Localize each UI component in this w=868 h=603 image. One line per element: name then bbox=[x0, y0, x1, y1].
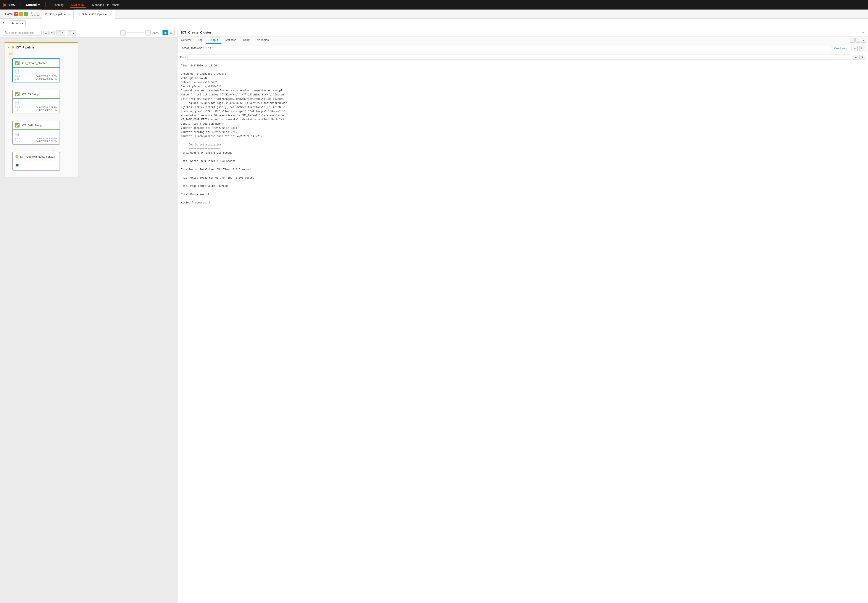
job-1-name: IOT_Create_Cluster bbox=[22, 62, 46, 65]
job-node-iot-copy-maintenance[interactable]: ⚙ IOT_CopyMaintenanceData 💻 bbox=[12, 152, 60, 170]
zoom-slider[interactable] bbox=[127, 32, 144, 33]
job-4-body: 💻 bbox=[13, 161, 60, 170]
right-header: IOT_Create_Cluster → bbox=[178, 28, 868, 37]
connector-1-2: ↓ bbox=[32, 86, 74, 89]
app-name: Control-M bbox=[26, 3, 40, 6]
main-area: 🔍 ▲ ▼ 📄 ▾ 📄 ▴ − + 100% ⊞ ☰ bbox=[0, 28, 868, 603]
job-1-times: Start04/02/2020 2:12 PM End04/02/2020 2:… bbox=[15, 75, 57, 80]
tab-more-button[interactable]: ▾ bbox=[861, 38, 866, 43]
open-external-button[interactable]: ↗ bbox=[851, 46, 858, 51]
badge-green: 1 bbox=[24, 12, 28, 16]
search-box[interactable]: 🔍 bbox=[3, 30, 42, 36]
connector-3-4: ↓ bbox=[32, 148, 74, 152]
nav-monitoring[interactable]: Monitoring bbox=[70, 2, 87, 8]
tab-variables[interactable]: Variables bbox=[254, 37, 272, 44]
right-panel: IOT_Create_Cluster → General Log Output … bbox=[178, 28, 868, 603]
find-input[interactable] bbox=[187, 54, 851, 60]
nav-mft[interactable]: Managed File Transfer bbox=[90, 2, 122, 7]
badge-red: 2 bbox=[14, 12, 19, 16]
job-node-iot-jar-setup[interactable]: ✅ IOT_JAR_Setup 📊 Start04/02/2020 2:22 P… bbox=[12, 121, 60, 145]
pipeline-group: ▾ ⚙ IOT_Pipeline 📁 ✅ IOT_Create_Cluster … bbox=[4, 42, 78, 178]
tab-log[interactable]: Log bbox=[194, 37, 206, 44]
zoom-label: 100% bbox=[152, 31, 161, 34]
job-3-header: ✅ IOT_JAR_Setup bbox=[13, 121, 60, 130]
refresh-button[interactable]: ↻ bbox=[3, 21, 5, 25]
tab-script[interactable]: Script bbox=[240, 37, 254, 44]
view-latest-button[interactable]: View Latest bbox=[832, 46, 850, 51]
tab-submit-label: Submit IOT Pipeline bbox=[82, 12, 107, 16]
doc-down-button[interactable]: 📄 ▾ bbox=[56, 30, 65, 36]
home-button[interactable]: Home 2 1 1 4services bbox=[3, 9, 42, 19]
nav-planning[interactable]: Planning bbox=[51, 2, 65, 7]
view-list-button[interactable]: ☰ bbox=[169, 30, 175, 35]
toolbar: ↻ Actions ▾ bbox=[0, 19, 868, 28]
job-2-file-icon: 📄 bbox=[15, 100, 57, 105]
find-down-button[interactable]: ▼ bbox=[859, 55, 865, 60]
output-toolbar: 00001, 2020/04/02 14:12 View Latest ↗ ↻ bbox=[178, 44, 868, 53]
top-nav: ▶ BMC Control-M Planning Monitoring Mana… bbox=[0, 0, 868, 9]
badge-orange: 1 bbox=[19, 12, 23, 16]
job-3-body: 📊 Start04/02/2020 2:22 PM End04/02/2020 … bbox=[13, 130, 60, 144]
job-2-end: 04/02/2020 2:22 PM bbox=[36, 109, 57, 111]
view-grid-button[interactable]: ⊞ bbox=[162, 30, 169, 35]
job-3-status-icon: ✅ bbox=[15, 123, 20, 128]
pipeline-group-header: ▾ ⚙ IOT_Pipeline bbox=[8, 46, 74, 49]
pipeline-collapse-icon[interactable]: ▾ bbox=[8, 46, 9, 49]
tab-prev-button[interactable]: ‹ bbox=[850, 38, 854, 43]
nav-arrows: ▲ ▼ bbox=[43, 31, 54, 35]
job-4-name: IOT_CopyMaintenanceData bbox=[20, 155, 55, 158]
bmc-icon: ▶ bbox=[3, 2, 7, 7]
zoom-control: − + 100% bbox=[120, 30, 161, 36]
job-4-file-icon: 💻 bbox=[15, 163, 57, 167]
nav-down-button[interactable]: ▼ bbox=[49, 31, 54, 35]
job-2-status-icon: ✅ bbox=[15, 92, 20, 96]
job-4-header: ⚙ IOT_CopyMaintenanceData bbox=[13, 152, 60, 161]
left-panel: 🔍 ▲ ▼ 📄 ▾ 📄 ▴ − + 100% ⊞ ☰ bbox=[0, 28, 178, 603]
output-content: Time: 4\2\2020 14:12:56 Instance: i-031b… bbox=[178, 61, 868, 603]
run-select[interactable]: 00001, 2020/04/02 14:12 bbox=[180, 46, 830, 51]
job-2-header: ✅ IOT_CPSetup bbox=[13, 90, 60, 99]
left-toolbar: 🔍 ▲ ▼ 📄 ▾ 📄 ▴ − + 100% ⊞ ☰ bbox=[0, 28, 177, 38]
tab-submit-icon: 📄 bbox=[77, 12, 80, 16]
expand-icon[interactable]: → bbox=[861, 30, 865, 34]
actions-label: Actions bbox=[11, 22, 21, 25]
tab-statistics[interactable]: Statistics bbox=[221, 37, 240, 44]
tab-iot-pipeline-label: IOT_Pipeline bbox=[50, 12, 66, 16]
tab-general[interactable]: General bbox=[178, 37, 194, 44]
reload-button[interactable]: ↻ bbox=[859, 46, 865, 51]
tab-submit-iot[interactable]: 📄 Submit IOT Pipeline ✕ bbox=[74, 9, 115, 19]
job-node-iot-cpsetup[interactable]: ✅ IOT_CPSetup 📄 Start04/02/2020 2:22 PM … bbox=[12, 90, 60, 113]
services-label: 4services bbox=[31, 11, 39, 17]
search-input[interactable] bbox=[9, 31, 37, 34]
find-nav: ▲ ▼ bbox=[853, 55, 865, 60]
pipeline-canvas: ▾ ⚙ IOT_Pipeline 📁 ✅ IOT_Create_Cluster … bbox=[0, 38, 177, 603]
tab-iot-pipeline[interactable]: ⚙ IOT_Pipeline ✕ bbox=[42, 9, 74, 19]
pipeline-group-border bbox=[5, 42, 78, 43]
job-3-times: Start04/02/2020 2:22 PM End04/02/2020 2:… bbox=[15, 137, 57, 142]
tab-bar: Home 2 1 1 4services ⚙ IOT_Pipeline ✕ 📄 … bbox=[0, 9, 868, 19]
nav-up-button[interactable]: ▲ bbox=[43, 31, 49, 35]
nav-divider bbox=[20, 2, 21, 7]
actions-button[interactable]: Actions ▾ bbox=[9, 20, 26, 26]
view-toggle: ⊞ ☰ bbox=[162, 30, 175, 36]
folder-icon: 📁 bbox=[9, 52, 74, 56]
job-2-start: 04/02/2020 2:22 PM bbox=[36, 106, 57, 109]
find-up-button[interactable]: ▲ bbox=[853, 55, 859, 60]
connector-2-3: ↓ bbox=[32, 117, 74, 121]
job-3-file-icon: 📊 bbox=[15, 132, 57, 136]
job-2-body: 📄 Start04/02/2020 2:22 PM End04/02/2020 … bbox=[13, 99, 60, 113]
tab-iot-pipeline-close[interactable]: ✕ bbox=[68, 13, 70, 16]
job-node-iot-create-cluster[interactable]: ✅ IOT_Create_Cluster 📄 Start04/02/2020 2… bbox=[12, 59, 60, 82]
job-3-end: 04/02/2020 2:22 PM bbox=[36, 140, 57, 142]
tab-submit-close[interactable]: ✕ bbox=[110, 13, 112, 16]
job-1-start: 04/02/2020 2:12 PM bbox=[36, 75, 57, 77]
doc-up-button[interactable]: 📄 ▴ bbox=[67, 30, 76, 36]
badge-group: 2 1 1 bbox=[14, 12, 28, 16]
tab-iot-pipeline-icon: ⚙ bbox=[45, 12, 48, 16]
zoom-in-button[interactable]: + bbox=[145, 30, 151, 36]
zoom-out-button[interactable]: − bbox=[120, 30, 125, 36]
tab-output[interactable]: Output bbox=[206, 37, 221, 44]
tab-next-button[interactable]: › bbox=[856, 38, 860, 43]
job-3-start: 04/02/2020 2:22 PM bbox=[36, 137, 57, 140]
job-1-body: 📄 Start04/02/2020 2:12 PM End04/02/2020 … bbox=[13, 68, 60, 82]
